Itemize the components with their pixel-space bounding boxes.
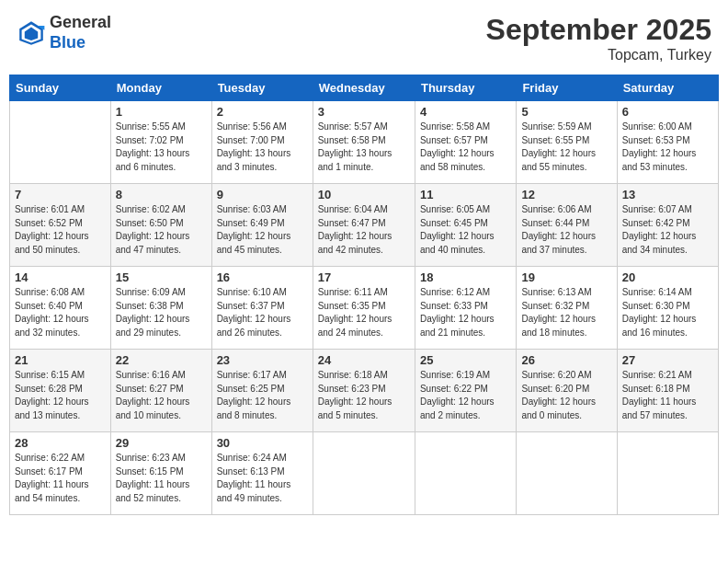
day-info: Sunrise: 5:57 AMSunset: 6:58 PMDaylight:… [318,121,410,174]
calendar-week-row: 1Sunrise: 5:55 AMSunset: 7:02 PMDaylight… [10,101,719,184]
calendar-cell [313,432,415,515]
day-number: 13 [622,188,713,201]
calendar-cell: 11Sunrise: 6:05 AMSunset: 6:45 PMDayligh… [415,184,516,267]
day-info: Sunrise: 6:11 AMSunset: 6:35 PMDaylight:… [318,286,410,339]
calendar-cell: 14Sunrise: 6:08 AMSunset: 6:40 PMDayligh… [10,267,111,350]
day-info: Sunrise: 6:23 AMSunset: 6:15 PMDaylight:… [116,452,207,505]
day-info: Sunrise: 6:09 AMSunset: 6:38 PMDaylight:… [116,286,207,339]
day-info: Sunrise: 6:00 AMSunset: 6:53 PMDaylight:… [622,121,713,174]
day-info: Sunrise: 6:01 AMSunset: 6:52 PMDaylight:… [15,203,106,257]
day-info: Sunrise: 5:59 AMSunset: 6:55 PMDaylight:… [521,121,611,174]
day-info: Sunrise: 6:07 AMSunset: 6:42 PMDaylight:… [622,203,713,257]
day-info: Sunrise: 5:55 AMSunset: 7:02 PMDaylight:… [116,121,207,174]
day-number: 6 [622,105,713,119]
logo-text: General Blue [50,13,111,52]
day-number: 17 [318,270,410,284]
weekday-header-tuesday: Tuesday [211,75,313,101]
day-info: Sunrise: 6:05 AMSunset: 6:45 PMDaylight:… [420,203,511,257]
calendar-cell: 6Sunrise: 6:00 AMSunset: 6:53 PMDaylight… [617,101,718,184]
day-info: Sunrise: 6:19 AMSunset: 6:22 PMDaylight:… [420,369,511,422]
calendar-cell: 2Sunrise: 5:56 AMSunset: 7:00 PMDaylight… [211,101,313,184]
day-info: Sunrise: 6:02 AMSunset: 6:50 PMDaylight:… [116,203,207,257]
calendar-table: SundayMondayTuesdayWednesdayThursdayFrid… [9,75,719,515]
day-number: 27 [622,353,713,367]
day-info: Sunrise: 5:56 AMSunset: 7:00 PMDaylight:… [217,121,308,174]
day-number: 23 [217,353,308,367]
day-number: 9 [217,188,308,201]
day-number: 30 [217,436,308,450]
day-info: Sunrise: 6:15 AMSunset: 6:28 PMDaylight:… [15,369,106,422]
day-number: 7 [15,188,106,201]
day-number: 16 [217,270,308,284]
weekday-header-sunday: Sunday [10,75,111,101]
calendar-cell: 15Sunrise: 6:09 AMSunset: 6:38 PMDayligh… [110,267,211,350]
weekday-header-thursday: Thursday [415,75,516,101]
calendar-week-row: 7Sunrise: 6:01 AMSunset: 6:52 PMDaylight… [10,184,719,267]
day-info: Sunrise: 6:18 AMSunset: 6:23 PMDaylight:… [318,369,410,422]
day-number: 26 [521,353,611,367]
day-info: Sunrise: 5:58 AMSunset: 6:57 PMDaylight:… [420,121,511,174]
day-number: 15 [116,270,207,284]
day-number: 29 [116,436,207,450]
day-number: 11 [420,188,511,201]
calendar-cell [517,432,617,515]
day-number: 25 [420,353,511,367]
month-year-title: September 2025 [486,13,711,47]
calendar-cell: 28Sunrise: 6:22 AMSunset: 6:17 PMDayligh… [10,432,111,515]
calendar-cell: 7Sunrise: 6:01 AMSunset: 6:52 PMDaylight… [10,184,111,267]
day-number: 18 [420,270,511,284]
logo-icon [17,18,46,48]
calendar-cell: 26Sunrise: 6:20 AMSunset: 6:20 PMDayligh… [517,350,617,432]
day-number: 28 [15,436,106,450]
day-info: Sunrise: 6:16 AMSunset: 6:27 PMDaylight:… [116,369,207,422]
day-number: 4 [420,105,511,119]
weekday-header-saturday: Saturday [617,75,718,101]
calendar-cell: 8Sunrise: 6:02 AMSunset: 6:50 PMDaylight… [110,184,211,267]
day-info: Sunrise: 6:14 AMSunset: 6:30 PMDaylight:… [622,286,713,339]
calendar-cell: 5Sunrise: 5:59 AMSunset: 6:55 PMDaylight… [517,101,617,184]
calendar-cell: 25Sunrise: 6:19 AMSunset: 6:22 PMDayligh… [415,350,516,432]
day-number: 3 [318,105,410,119]
calendar-cell: 4Sunrise: 5:58 AMSunset: 6:57 PMDaylight… [415,101,516,184]
day-number: 10 [318,188,410,201]
day-number: 22 [116,353,207,367]
calendar-cell: 27Sunrise: 6:21 AMSunset: 6:18 PMDayligh… [617,350,718,432]
calendar-cell: 9Sunrise: 6:03 AMSunset: 6:49 PMDaylight… [211,184,313,267]
day-info: Sunrise: 6:06 AMSunset: 6:44 PMDaylight:… [521,203,611,257]
calendar-cell: 24Sunrise: 6:18 AMSunset: 6:23 PMDayligh… [313,350,415,432]
day-number: 5 [521,105,611,119]
day-number: 24 [318,353,410,367]
calendar-cell [617,432,718,515]
weekday-header-friday: Friday [517,75,617,101]
calendar-cell [415,432,516,515]
calendar-cell: 17Sunrise: 6:11 AMSunset: 6:35 PMDayligh… [313,267,415,350]
day-info: Sunrise: 6:17 AMSunset: 6:25 PMDaylight:… [217,369,308,422]
day-number: 2 [217,105,308,119]
day-number: 20 [622,270,713,284]
calendar-cell: 16Sunrise: 6:10 AMSunset: 6:37 PMDayligh… [211,267,313,350]
day-info: Sunrise: 6:13 AMSunset: 6:32 PMDaylight:… [521,286,611,339]
calendar-cell: 18Sunrise: 6:12 AMSunset: 6:33 PMDayligh… [415,267,516,350]
logo-general: General [50,13,111,33]
day-number: 14 [15,270,106,284]
calendar-cell: 3Sunrise: 5:57 AMSunset: 6:58 PMDaylight… [313,101,415,184]
day-info: Sunrise: 6:20 AMSunset: 6:20 PMDaylight:… [521,369,611,422]
logo: General Blue [17,13,111,52]
calendar-cell: 1Sunrise: 5:55 AMSunset: 7:02 PMDaylight… [110,101,211,184]
calendar-cell: 30Sunrise: 6:24 AMSunset: 6:13 PMDayligh… [211,432,313,515]
weekday-header-wednesday: Wednesday [313,75,415,101]
day-info: Sunrise: 6:10 AMSunset: 6:37 PMDaylight:… [217,286,308,339]
logo-blue: Blue [50,33,111,53]
calendar-cell: 22Sunrise: 6:16 AMSunset: 6:27 PMDayligh… [110,350,211,432]
calendar-week-row: 14Sunrise: 6:08 AMSunset: 6:40 PMDayligh… [10,267,719,350]
page-header: General Blue September 2025 Topcam, Turk… [9,9,719,67]
calendar-cell: 13Sunrise: 6:07 AMSunset: 6:42 PMDayligh… [617,184,718,267]
calendar-cell [10,101,111,184]
calendar-cell: 19Sunrise: 6:13 AMSunset: 6:32 PMDayligh… [517,267,617,350]
day-number: 12 [521,188,611,201]
calendar-cell: 20Sunrise: 6:14 AMSunset: 6:30 PMDayligh… [617,267,718,350]
calendar-cell: 29Sunrise: 6:23 AMSunset: 6:15 PMDayligh… [110,432,211,515]
weekday-header-row: SundayMondayTuesdayWednesdayThursdayFrid… [10,75,719,101]
day-info: Sunrise: 6:03 AMSunset: 6:49 PMDaylight:… [217,203,308,257]
day-number: 1 [116,105,207,119]
